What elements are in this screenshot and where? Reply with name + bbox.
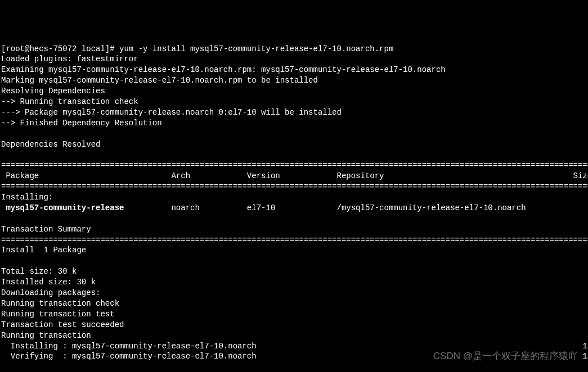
output-line: Marking mysql57-community-release-el7-10… xyxy=(1,76,318,85)
output-line: ---> Package mysql57-community-release.n… xyxy=(1,108,342,117)
output-line: Running transaction test xyxy=(1,310,115,319)
output-line: --> Finished Dependency Resolution xyxy=(1,119,162,128)
output-line: Loaded plugins: fastestmirror xyxy=(1,55,138,63)
output-line: Examining mysql57-community-release-el7-… xyxy=(1,65,446,74)
output-line: Transaction Summary xyxy=(1,225,91,234)
output-line: Resolving Dependencies xyxy=(1,87,105,96)
output-line: Total size: 30 k xyxy=(1,267,77,276)
package-details: noarch el7-10 /mysql57-community-release… xyxy=(124,203,588,212)
output-line: Installing : mysql57-community-release-e… xyxy=(1,342,588,351)
output-line: Running transaction xyxy=(1,331,91,340)
output-line: Transaction test succeeded xyxy=(1,320,124,329)
separator-line: ========================================… xyxy=(1,161,588,170)
output-line: --> Running transaction check xyxy=(1,97,138,106)
terminal-output[interactable]: [root@hecs-75072 local]# yum -y install … xyxy=(1,44,587,372)
table-header: Package Arch Version Repository Size xyxy=(1,171,588,180)
output-line: Install 1 Package xyxy=(1,246,86,255)
output-line: Installing: xyxy=(1,193,53,202)
output-line: Running transaction check xyxy=(1,299,119,308)
shell-prompt: [root@hecs-75072 local]# xyxy=(1,44,119,53)
output-line: Downloading packages: xyxy=(1,288,100,297)
output-line: Installed size: 30 k xyxy=(1,278,96,287)
shell-command: yum -y install mysql57-community-release… xyxy=(119,44,393,53)
output-line: Verifying : mysql57-community-release-el… xyxy=(1,352,588,361)
output-line: Dependencies Resolved xyxy=(1,140,100,149)
separator-line: ========================================… xyxy=(1,182,588,191)
package-name: mysql57-community-release xyxy=(1,203,124,212)
separator-line: ========================================… xyxy=(1,235,588,244)
